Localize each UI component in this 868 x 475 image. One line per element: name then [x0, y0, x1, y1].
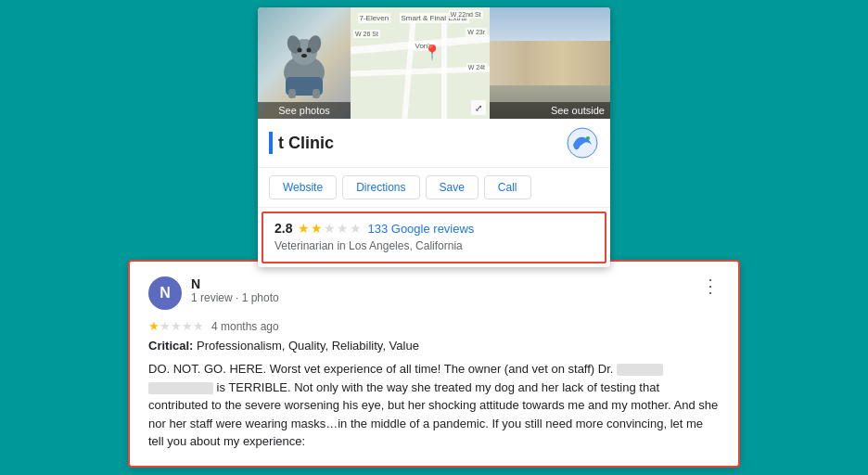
- review-text-part2: is TERRIBLE. Not only with the way she t…: [148, 380, 718, 449]
- reviewer-info: N 1 review · 1 photo: [191, 276, 701, 304]
- review-rating-row: ★ ★ ★ ★ ★ 4 months ago: [148, 319, 720, 333]
- critical-strong: Critical:: [148, 339, 193, 353]
- street-view-container[interactable]: See outside: [490, 7, 610, 119]
- maps-card: See photos 7-Eleven Smart & Final Extra!…: [258, 7, 610, 267]
- svg-point-5: [307, 48, 312, 53]
- star-4: ★: [337, 221, 349, 236]
- clinic-logo-icon: [566, 126, 599, 160]
- map-area[interactable]: 7-Eleven Smart & Final Extra! Von's W 22…: [351, 7, 490, 119]
- svg-point-4: [298, 48, 302, 53]
- clinic-title-area: t Clinic: [269, 132, 566, 154]
- map-road-4: [441, 19, 447, 119]
- review-card: N N 1 review · 1 photo ⋮ ★ ★ ★ ★ ★ 4 mon…: [128, 260, 740, 468]
- rating-stars: ★ ★ ★ ★ ★: [298, 221, 362, 236]
- star-3: ★: [324, 221, 336, 236]
- star-2: ★: [311, 221, 323, 236]
- map-label-w24: W 24t: [466, 63, 487, 71]
- reviewer-avatar: N: [148, 276, 182, 310]
- svg-rect-8: [288, 89, 296, 98]
- expand-map-button[interactable]: ⤢: [471, 100, 486, 115]
- google-reviews-link[interactable]: 133 Google reviews: [367, 222, 474, 236]
- map-pin: 📍: [423, 44, 441, 61]
- review-star-2: ★: [160, 319, 171, 333]
- website-button[interactable]: Website: [269, 175, 337, 199]
- map-label-w22: W 22nd St: [449, 10, 483, 19]
- redacted-name-2: [148, 382, 213, 394]
- call-button[interactable]: Call: [484, 175, 531, 199]
- review-star-4: ★: [182, 319, 193, 333]
- clinic-header: t Clinic: [258, 119, 610, 168]
- rating-row: 2.8 ★ ★ ★ ★ ★ 133 Google reviews: [274, 221, 594, 236]
- map-label-7eleven: 7-Eleven: [358, 13, 391, 23]
- clinic-bar-accent: [269, 132, 273, 154]
- svg-rect-9: [313, 89, 320, 98]
- svg-point-6: [301, 54, 307, 58]
- clinic-name: t Clinic: [278, 134, 334, 153]
- action-buttons-row: Website Directions Save Call: [258, 168, 610, 208]
- review-date: 4 months ago: [211, 320, 279, 333]
- reviewer-header: N N 1 review · 1 photo ⋮: [148, 276, 720, 310]
- see-outside-label[interactable]: See outside: [490, 102, 610, 119]
- review-critical-label: Critical: Professionalism, Quality, Reli…: [148, 339, 720, 353]
- reviewer-meta: 1 review · 1 photo: [191, 291, 701, 304]
- review-stars: ★ ★ ★ ★ ★: [148, 319, 204, 333]
- map-background: 7-Eleven Smart & Final Extra! Von's W 22…: [351, 7, 490, 119]
- dog-photo-container[interactable]: See photos: [258, 7, 351, 119]
- rating-section: 2.8 ★ ★ ★ ★ ★ 133 Google reviews Veterin…: [262, 212, 606, 263]
- reviewer-name: N: [191, 276, 701, 291]
- street-buildings: [490, 41, 610, 85]
- save-button[interactable]: Save: [426, 175, 479, 199]
- critical-categories: Professionalism, Quality, Reliability, V…: [197, 339, 419, 353]
- see-photos-label[interactable]: See photos: [258, 102, 351, 119]
- review-text-part1: DO. NOT. GO. HERE. Worst vet experience …: [148, 362, 617, 376]
- photos-row: See photos 7-Eleven Smart & Final Extra!…: [258, 7, 610, 119]
- review-star-3: ★: [171, 319, 182, 333]
- svg-point-11: [586, 136, 590, 140]
- review-star-1: ★: [148, 319, 160, 333]
- street-sky: [490, 7, 610, 41]
- redacted-name-1: [617, 364, 663, 376]
- map-label-w23: W 23r: [466, 28, 487, 36]
- review-star-5: ★: [193, 319, 204, 333]
- star-5: ★: [350, 221, 362, 236]
- review-menu-button[interactable]: ⋮: [701, 276, 720, 295]
- main-container: See photos 7-Eleven Smart & Final Extra!…: [128, 7, 740, 468]
- review-text: DO. NOT. GO. HERE. Worst vet experience …: [148, 360, 720, 451]
- directions-button[interactable]: Directions: [342, 175, 419, 199]
- star-1: ★: [298, 221, 310, 236]
- map-label-w26: W 26 St: [353, 30, 380, 38]
- rating-score: 2.8: [274, 221, 292, 236]
- category-text: Veterinarian in Los Angeles, California: [274, 239, 594, 252]
